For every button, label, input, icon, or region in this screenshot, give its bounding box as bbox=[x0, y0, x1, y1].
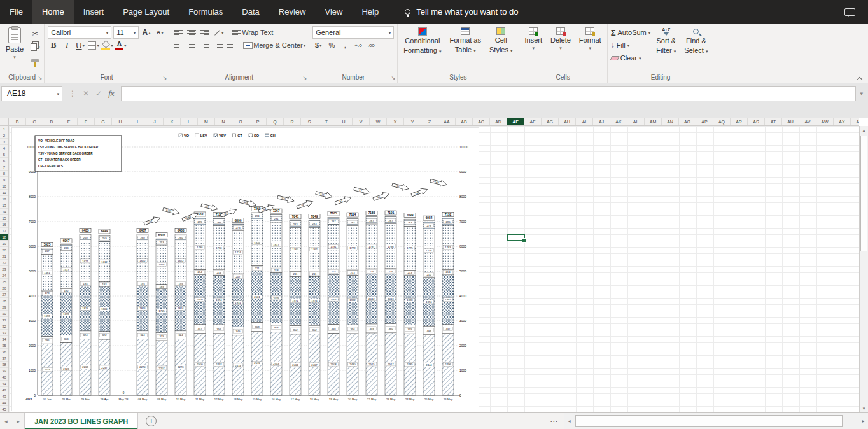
column-header-H[interactable]: H bbox=[112, 118, 129, 125]
row-header-9[interactable]: 9 bbox=[0, 177, 8, 183]
row-header-8[interactable]: 8 bbox=[0, 171, 8, 177]
row-header-25[interactable]: 25 bbox=[0, 279, 8, 285]
formula-input[interactable] bbox=[121, 86, 857, 101]
row-header-17[interactable]: 17 bbox=[0, 228, 8, 234]
column-header-L[interactable]: L bbox=[181, 118, 198, 125]
ribbon-tab-insert[interactable]: Insert bbox=[74, 0, 114, 24]
row-header-20[interactable]: 20 bbox=[0, 247, 8, 253]
column-header-AE[interactable]: AE bbox=[507, 118, 524, 125]
column-header-I[interactable]: I bbox=[129, 118, 146, 125]
horizontal-scrollbar[interactable]: ◂ ▸ bbox=[564, 413, 868, 429]
scroll-up-arrow-icon[interactable]: ▴ bbox=[860, 126, 868, 134]
column-header-AL[interactable]: AL bbox=[627, 118, 645, 125]
ribbon-tab-file[interactable]: File bbox=[0, 0, 32, 24]
decrease-decimal-button[interactable]: .00 bbox=[366, 42, 377, 49]
scroll-down-arrow-icon[interactable]: ▾ bbox=[860, 404, 868, 412]
column-header-AU[interactable]: AU bbox=[782, 118, 799, 125]
column-header-G[interactable]: G bbox=[95, 118, 112, 125]
row-header-7[interactable]: 7 bbox=[0, 164, 8, 171]
font-size-combo[interactable]: 11 ▾ bbox=[113, 26, 139, 39]
row-header-28[interactable]: 28 bbox=[0, 298, 8, 304]
column-header-AX[interactable]: AX bbox=[834, 118, 851, 125]
column-header-V[interactable]: V bbox=[353, 118, 370, 125]
row-header-26[interactable]: 26 bbox=[0, 285, 8, 292]
format-as-table-button[interactable]: Format as Table ▾ bbox=[447, 25, 484, 55]
wrap-text-button[interactable]: Wrap Text bbox=[232, 27, 273, 38]
column-header-AG[interactable]: AG bbox=[542, 118, 559, 125]
number-format-combo[interactable]: General ▾ bbox=[312, 26, 394, 39]
column-header-O[interactable]: O bbox=[232, 118, 249, 125]
fill-button[interactable]: ↓ Fill ▾ bbox=[611, 39, 651, 51]
confirm-entry-button[interactable]: ✓ bbox=[95, 89, 102, 98]
cell-styles-button[interactable]: Cell Styles ▾ bbox=[487, 25, 515, 55]
name-box[interactable]: AE18 ▾ bbox=[1, 86, 62, 101]
format-painter-button[interactable] bbox=[29, 55, 41, 66]
column-header-AQ[interactable]: AQ bbox=[713, 118, 731, 125]
ribbon-tab-review[interactable]: Review bbox=[269, 0, 316, 24]
orientation-button[interactable]: ▾ bbox=[213, 27, 224, 38]
row-header-18[interactable]: 18 bbox=[0, 234, 8, 241]
column-header-AI[interactable]: AI bbox=[576, 118, 593, 125]
column-header-AY[interactable]: AY bbox=[851, 118, 859, 125]
insert-cells-button[interactable]: Insert ▾ bbox=[522, 25, 545, 52]
previous-sheet-arrow-icon[interactable]: ◂ bbox=[0, 418, 12, 425]
ribbon-tab-help[interactable]: Help bbox=[352, 0, 388, 24]
borders-button[interactable]: ▾ bbox=[88, 39, 99, 51]
cell-grid[interactable]: 0010001000200020003000300040004000500050… bbox=[9, 126, 859, 412]
active-sheet-tab[interactable]: JAN 2023 BO LINES GRAPH bbox=[24, 413, 138, 429]
column-header-X[interactable]: X bbox=[387, 118, 404, 125]
align-left-button[interactable] bbox=[172, 39, 184, 51]
vertical-scrollbar[interactable]: ▴ ▾ bbox=[859, 126, 868, 412]
row-header-37[interactable]: 37 bbox=[0, 355, 8, 362]
tell-me-box[interactable]: Tell me what you want to do bbox=[405, 0, 518, 24]
column-header-AJ[interactable]: AJ bbox=[593, 118, 610, 125]
column-header-Z[interactable]: Z bbox=[421, 118, 438, 125]
font-color-button[interactable]: A▾ bbox=[115, 39, 127, 51]
column-header-AD[interactable]: AD bbox=[490, 118, 507, 125]
format-cells-button[interactable]: Format ▾ bbox=[577, 25, 604, 52]
column-header-AN[interactable]: AN bbox=[662, 118, 679, 125]
row-header-19[interactable]: 19 bbox=[0, 241, 8, 247]
row-header-38[interactable]: 38 bbox=[0, 362, 8, 368]
row-header-10[interactable]: 10 bbox=[0, 183, 8, 190]
next-sheet-arrow-icon[interactable]: ▸ bbox=[12, 418, 24, 425]
column-header-C[interactable]: C bbox=[26, 118, 43, 125]
row-header-44[interactable]: 44 bbox=[0, 400, 8, 406]
column-header-AF[interactable]: AF bbox=[524, 118, 542, 125]
ribbon-tab-data[interactable]: Data bbox=[232, 0, 269, 24]
scroll-left-arrow-icon[interactable]: ◂ bbox=[564, 418, 574, 424]
tab-overflow-icon[interactable]: ⋯ bbox=[543, 417, 564, 426]
bold-button[interactable]: B bbox=[48, 39, 59, 51]
column-header-Q[interactable]: Q bbox=[267, 118, 284, 125]
column-header-E[interactable]: E bbox=[60, 118, 78, 125]
row-header-36[interactable]: 36 bbox=[0, 349, 8, 355]
vertical-scroll-thumb[interactable] bbox=[860, 136, 867, 251]
row-header-30[interactable]: 30 bbox=[0, 311, 8, 317]
row-header-5[interactable]: 5 bbox=[0, 151, 8, 158]
align-center-button[interactable] bbox=[186, 39, 197, 51]
top-align-button[interactable] bbox=[172, 27, 184, 38]
row-header-22[interactable]: 22 bbox=[0, 260, 8, 266]
column-header-N[interactable]: N bbox=[215, 118, 232, 125]
row-header-40[interactable]: 40 bbox=[0, 374, 8, 381]
column-header-K[interactable]: K bbox=[164, 118, 181, 125]
ribbon-tab-view[interactable]: View bbox=[315, 0, 352, 24]
row-header-29[interactable]: 29 bbox=[0, 304, 8, 311]
collapse-ribbon-button[interactable] bbox=[858, 74, 863, 80]
decrease-indent-button[interactable] bbox=[213, 39, 224, 51]
column-header-P[interactable]: P bbox=[249, 118, 267, 125]
row-header-23[interactable]: 23 bbox=[0, 266, 8, 272]
comma-style-button[interactable]: , bbox=[339, 39, 351, 51]
increase-font-button[interactable]: A▴ bbox=[141, 27, 152, 38]
row-header-43[interactable]: 43 bbox=[0, 393, 8, 400]
clipboard-dialog-launcher[interactable]: ↘ bbox=[38, 76, 42, 81]
row-header-14[interactable]: 14 bbox=[0, 209, 8, 215]
row-header-1[interactable]: 1 bbox=[0, 126, 8, 132]
percent-style-button[interactable]: % bbox=[326, 39, 337, 51]
column-header-S[interactable]: S bbox=[301, 118, 318, 125]
column-header-AB[interactable]: AB bbox=[456, 118, 473, 125]
row-header-4[interactable]: 4 bbox=[0, 145, 8, 151]
ribbon-tab-home[interactable]: Home bbox=[32, 0, 74, 24]
row-header-3[interactable]: 3 bbox=[0, 139, 8, 145]
row-header-42[interactable]: 42 bbox=[0, 387, 8, 393]
